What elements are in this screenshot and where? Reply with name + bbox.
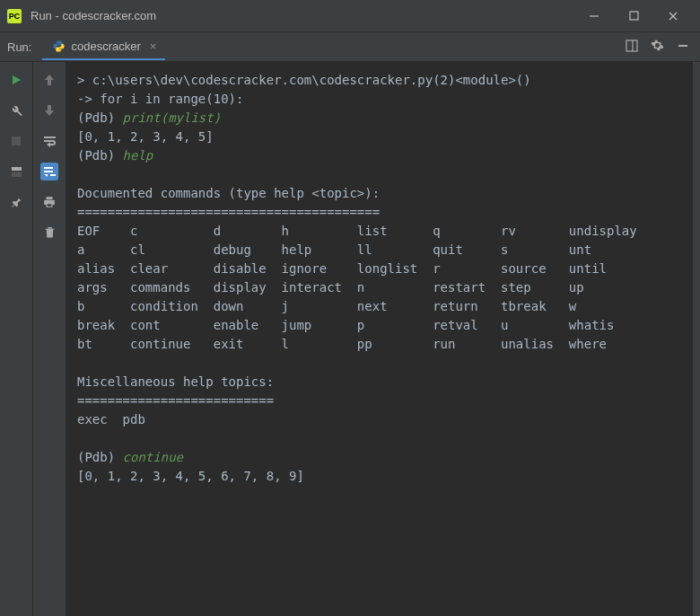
pdb-command: print(mylist) bbox=[123, 110, 222, 125]
print-icon[interactable] bbox=[40, 193, 58, 211]
gear-icon[interactable] bbox=[651, 39, 664, 55]
window-title: Run - codescracker.com bbox=[31, 9, 156, 22]
tab-label: codescracker bbox=[71, 40, 140, 53]
run-icon[interactable] bbox=[7, 71, 25, 89]
out-line: -> for i in range(10): bbox=[77, 92, 243, 106]
out-line: Documented commands (type help <topic>): bbox=[77, 186, 380, 200]
out-line: exec pdb bbox=[77, 412, 145, 427]
out-line: break cont enable jump p retval u whatis bbox=[77, 318, 614, 332]
out-line: a cl debug help ll quit s unt bbox=[77, 242, 591, 257]
maximize-button[interactable] bbox=[625, 7, 643, 25]
out-line: ======================================== bbox=[77, 205, 380, 219]
run-tabbar: Run: codescracker × bbox=[0, 32, 700, 62]
out-line: [0, 1, 2, 3, 4, 5, 6, 7, 8, 9] bbox=[77, 469, 304, 483]
main-area: > c:\users\dev\codescracker.com\codescra… bbox=[0, 62, 700, 616]
gutter-inner bbox=[33, 62, 66, 616]
stop-icon[interactable] bbox=[7, 132, 25, 150]
out-line: [0, 1, 2, 3, 4, 5] bbox=[77, 129, 214, 144]
out-line: args commands display interact n restart… bbox=[77, 280, 584, 295]
pdb-prompt: (Pdb) bbox=[77, 148, 123, 163]
minimize-button[interactable] bbox=[585, 7, 603, 25]
wrench-icon[interactable] bbox=[7, 101, 25, 119]
soft-wrap-icon[interactable] bbox=[40, 132, 58, 150]
svg-rect-7 bbox=[12, 136, 21, 145]
pdb-prompt: (Pdb) bbox=[77, 110, 123, 125]
svg-rect-1 bbox=[630, 12, 638, 20]
arrow-down-icon[interactable] bbox=[40, 101, 58, 119]
pdb-command: help bbox=[123, 148, 153, 163]
pin-icon[interactable] bbox=[7, 193, 25, 211]
close-button[interactable] bbox=[664, 7, 682, 25]
hide-icon[interactable] bbox=[677, 40, 689, 55]
svg-rect-4 bbox=[626, 40, 637, 51]
titlebar: PC Run - codescracker.com bbox=[0, 0, 700, 32]
window-controls bbox=[585, 7, 693, 25]
app-logo: PC bbox=[7, 9, 22, 23]
pdb-prompt: (Pdb) bbox=[77, 450, 123, 464]
layout-icon[interactable] bbox=[626, 40, 638, 55]
console-output[interactable]: > c:\users\dev\codescracker.com\codescra… bbox=[66, 62, 693, 616]
tabbar-tools bbox=[626, 39, 693, 55]
out-line: c:\users\dev\codescracker.com\codescrack… bbox=[92, 73, 531, 87]
trash-icon[interactable] bbox=[40, 224, 58, 242]
out-line: b condition down j next return tbreak w bbox=[77, 299, 576, 313]
layout-stack-icon[interactable] bbox=[7, 163, 25, 180]
tabbar-label: Run: bbox=[7, 40, 31, 54]
arrow-up-icon[interactable] bbox=[40, 71, 58, 89]
scrollbar[interactable] bbox=[693, 62, 700, 616]
out-line: bt continue exit l pp run unalias where bbox=[77, 337, 607, 351]
out-line: Miscellaneous help topics: bbox=[77, 374, 274, 389]
svg-rect-9 bbox=[12, 172, 22, 177]
out-prompt: > bbox=[77, 73, 92, 87]
tab-close-icon[interactable]: × bbox=[150, 40, 157, 53]
out-line: EOF c d h list q rv undisplay bbox=[77, 224, 637, 238]
out-line: ========================== bbox=[77, 393, 274, 408]
gutter-left bbox=[0, 62, 33, 616]
out-line: alias clear disable ignore longlist r so… bbox=[77, 261, 607, 276]
pdb-command: continue bbox=[123, 450, 183, 464]
run-tab[interactable]: codescracker × bbox=[42, 33, 165, 60]
svg-rect-8 bbox=[12, 167, 22, 171]
scroll-to-end-icon[interactable] bbox=[40, 163, 58, 180]
python-icon bbox=[51, 39, 66, 53]
